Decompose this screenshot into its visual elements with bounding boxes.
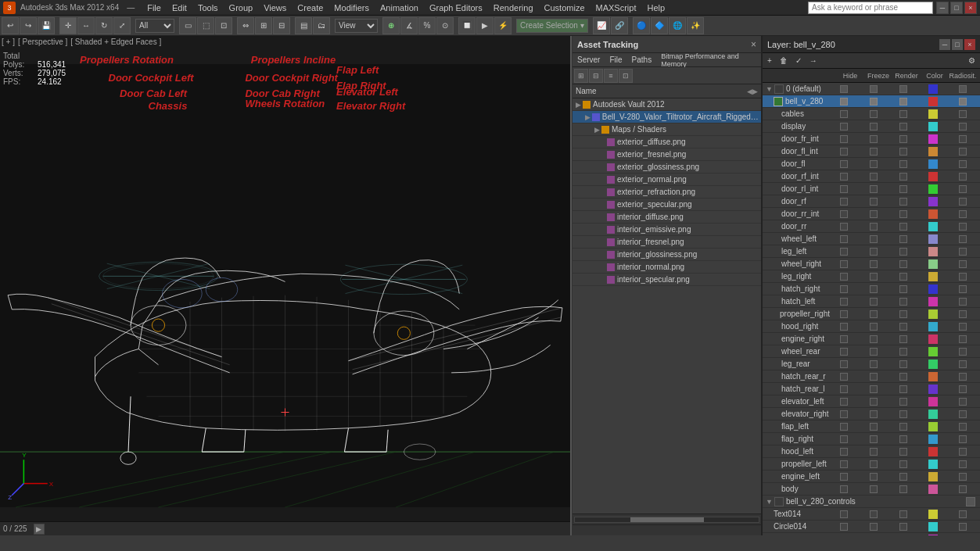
layer-row-display[interactable]: display [763, 120, 980, 133]
layer-row-wheel-left[interactable]: wheel_left [763, 233, 980, 245]
layer-row-door-fr-int[interactable]: door_fr_int [763, 133, 980, 145]
tree-item-int-specular[interactable]: interior_specular.png [573, 274, 761, 286]
layer-row-hatch-left[interactable]: hatch_left [763, 295, 980, 308]
layer-list[interactable]: ▼ 0 (default) [763, 83, 980, 535]
tree-item-ext-refraction[interactable]: exterior_refraction.png [573, 186, 761, 199]
layer-row-leg-left[interactable]: leg_left [763, 245, 980, 258]
window-crossing[interactable]: ⬚ [197, 17, 214, 34]
layer-row-hatch-right[interactable]: hatch_right [763, 283, 980, 295]
layer-select[interactable]: ✓ [792, 55, 805, 67]
tree-item-ext-diffuse[interactable]: exterior_diffuse.png [573, 136, 761, 148]
freeform-select[interactable]: ⊡ [215, 17, 232, 34]
tree-item-ext-specular[interactable]: exterior_specular.png [573, 199, 761, 211]
layer-row-door-fl-int[interactable]: door_fl_int [763, 145, 980, 158]
layer-row-body[interactable]: body [763, 483, 980, 496]
menu-rendering[interactable]: Rendering [489, 3, 538, 13]
menu-modifiers[interactable]: Modifiers [329, 3, 374, 13]
layer-row-elevator-left[interactable]: elevator_left [763, 395, 980, 408]
tree-item-maps-folder[interactable]: ▶ Maps / Shaders [573, 123, 761, 136]
layer-row-engine-right[interactable]: engine_right [763, 333, 980, 345]
tree-item-vault[interactable]: ▶ Autodesk Vault 2012 [573, 98, 761, 111]
layer-minimize[interactable]: ─ [939, 39, 950, 50]
layer-close[interactable]: × [964, 39, 975, 50]
scene-explorer[interactable]: 🗂 [313, 17, 330, 34]
layer-row-door-rr-int[interactable]: door_rr_int [763, 208, 980, 220]
at-btn-4[interactable]: ⊡ [619, 69, 633, 83]
layer-row-wheel-right[interactable]: wheel_right [763, 258, 980, 270]
layer-row-hatch-rear-r[interactable]: hatch_rear_r [763, 370, 980, 383]
layer-row-engine-left[interactable]: engine_left [763, 470, 980, 483]
layer-delete[interactable]: 🗑 [777, 55, 791, 67]
layer-row-line014[interactable]: Line014 [763, 533, 980, 535]
tree-item-int-emissive[interactable]: interior_emissive.png [573, 224, 761, 236]
effects[interactable]: ✨ [687, 17, 704, 34]
render-setup[interactable]: 🔲 [458, 17, 476, 34]
asset-menu-server[interactable]: Server [573, 53, 605, 66]
layer-row-circle014[interactable]: Circle014 [763, 521, 980, 533]
render-frame[interactable]: ▶ [476, 17, 494, 34]
layer-row-cables[interactable]: cables [763, 108, 980, 120]
menu-help[interactable]: Help [642, 3, 669, 13]
layer-row-door-rr[interactable]: door_rr [763, 220, 980, 233]
layer-row-flap-right[interactable]: flap_right [763, 433, 980, 445]
menu-file[interactable]: File [142, 3, 166, 13]
menu-group[interactable]: Group [224, 3, 258, 13]
quick-render[interactable]: ⚡ [494, 17, 512, 34]
viewport-select[interactable]: View [335, 19, 378, 33]
layer-row-text014[interactable]: Text014 [763, 508, 980, 521]
layer-row-hood-left[interactable]: hood_left [763, 445, 980, 458]
window-maximize[interactable]: □ [950, 2, 963, 14]
move-tool[interactable]: ↔ [77, 17, 95, 34]
scale-tool[interactable]: ⤢ [113, 17, 131, 34]
mirror-tool[interactable]: ⇔ [237, 17, 254, 34]
menu-maxscript[interactable]: MAXScript [591, 3, 641, 13]
percent-snap[interactable]: % [418, 17, 436, 34]
tree-item-ext-normal[interactable]: exterior_normal.png [573, 174, 761, 186]
play-button[interactable]: ▶ [34, 524, 45, 535]
schematic-view[interactable]: 🔗 [611, 17, 628, 34]
asset-scrollbar[interactable] [573, 513, 761, 524]
tree-item-int-glossiness[interactable]: interior_glossiness.png [573, 249, 761, 261]
layer-row-door-rl-int[interactable]: door_rl_int [763, 183, 980, 195]
layer-row-bell-v-280[interactable]: bell_v_280 [763, 95, 980, 108]
rotate-tool[interactable]: ↻ [95, 17, 113, 34]
layer-row-hatch-rear-l[interactable]: hatch_rear_l [763, 383, 980, 395]
menu-views[interactable]: Views [259, 3, 291, 13]
layer-row-door-rf-int[interactable]: door_rf_int [763, 170, 980, 183]
asset-scroll-track[interactable] [574, 517, 759, 523]
layer-row-flap-left[interactable]: flap_left [763, 420, 980, 433]
tree-item-ext-glossiness[interactable]: exterior_glossiness.png [573, 161, 761, 174]
spinner-snap[interactable]: ⊙ [436, 17, 454, 34]
layer-row-leg-right[interactable]: leg_right [763, 270, 980, 283]
at-btn-3[interactable]: ≡ [604, 69, 618, 83]
layer-row-wheel-rear[interactable]: wheel_rear [763, 345, 980, 358]
tree-item-int-diffuse[interactable]: interior_diffuse.png [573, 211, 761, 224]
layer-row-elevator-right[interactable]: elevator_right [763, 408, 980, 420]
layer-maximize[interactable]: □ [952, 39, 963, 50]
layer-row-leg-rear[interactable]: leg_rear [763, 358, 980, 370]
asset-panel-close[interactable]: × [751, 39, 756, 50]
tree-item-int-normal[interactable]: interior_normal.png [573, 261, 761, 274]
at-btn-2[interactable]: ⊟ [589, 69, 603, 83]
asset-tree[interactable]: ▶ Autodesk Vault 2012 ▶ Bell_V-280_Valor… [573, 98, 761, 513]
environment[interactable]: 🌐 [669, 17, 686, 34]
snap-toggle[interactable]: ⊕ [382, 17, 400, 34]
layer-row-bell-v-280-controls[interactable]: ▼bell_v_280_controls [763, 496, 980, 508]
layer-row-hood-right[interactable]: hood_right [763, 320, 980, 333]
filter-select[interactable]: All [135, 19, 174, 33]
undo-button[interactable]: ↩ [2, 17, 19, 34]
layer-row-door-rf[interactable]: door_rf [763, 195, 980, 208]
render-to-texture[interactable]: 🔷 [651, 17, 668, 34]
redo-button[interactable]: ↪ [20, 17, 37, 34]
viewport[interactable]: [ + ] [ Perspective ] [ Shaded + Edged F… [0, 36, 572, 535]
layer-settings[interactable]: ⚙ [965, 55, 978, 67]
select-region[interactable]: ▭ [179, 17, 196, 34]
layer-manager[interactable]: ▤ [295, 17, 312, 34]
layer-row-propeller-left[interactable]: propeller_left [763, 458, 980, 470]
layer-new[interactable]: + [764, 55, 775, 67]
at-btn-1[interactable]: ⊞ [574, 69, 588, 83]
menu-tools[interactable]: Tools [193, 3, 223, 13]
tree-item-ext-fresnel[interactable]: exterior_fresnel.png [573, 148, 761, 161]
menu-create[interactable]: Create [293, 3, 328, 13]
layer-set-current[interactable]: → [806, 55, 820, 67]
